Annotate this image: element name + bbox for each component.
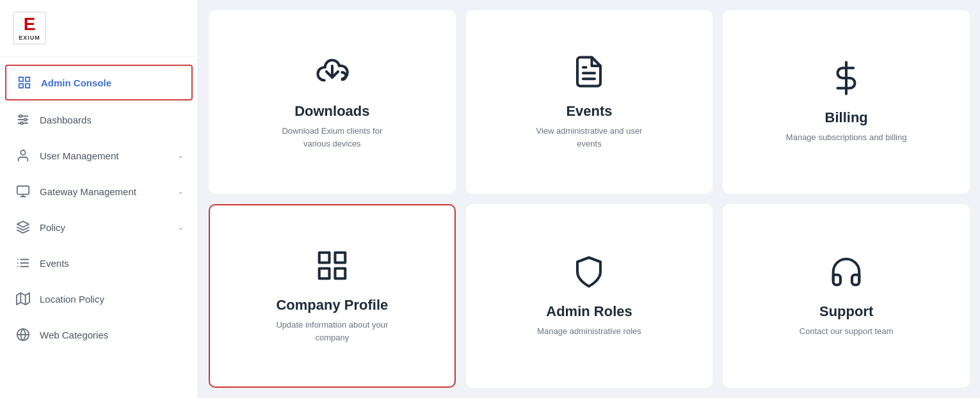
svg-marker-14: [17, 221, 29, 227]
svg-rect-2: [19, 84, 23, 88]
billing-title: Billing: [825, 109, 868, 126]
company-profile-title: Company Profile: [276, 297, 388, 314]
svg-point-7: [20, 115, 22, 118]
sidebar: E EXIUM Admin Console Dash: [0, 0, 198, 398]
admin-roles-desc: Manage administrative roles: [537, 325, 641, 338]
sidebar-item-label: Admin Console: [41, 77, 111, 88]
cloud-download-icon: [315, 54, 349, 94]
sidebar-item-label: Web Categories: [40, 330, 108, 340]
downloads-desc: Download Exium clients for various devic…: [268, 125, 396, 150]
logo-letter: E: [24, 15, 36, 33]
support-desc: Contact our support team: [799, 325, 894, 338]
sidebar-nav: Admin Console Dashboards User Management…: [0, 57, 198, 359]
sidebar-item-label: User Management: [40, 150, 118, 161]
sidebar-item-label: Policy: [40, 222, 65, 233]
logo-area: E EXIUM: [0, 0, 198, 57]
globe-icon: [14, 326, 32, 344]
monitor-icon: [14, 182, 32, 200]
svg-rect-0: [19, 77, 23, 81]
headphones-icon: [829, 255, 864, 294]
events-title: Events: [566, 103, 612, 120]
layers-icon: [14, 218, 32, 236]
shield-icon: [572, 255, 606, 294]
svg-marker-21: [17, 293, 29, 305]
downloads-title: Downloads: [294, 103, 369, 120]
company-profile-desc: Update information about your company: [268, 319, 396, 344]
dollar-icon: [829, 61, 864, 100]
svg-point-10: [20, 150, 25, 155]
sidebar-item-policy[interactable]: Policy ⌄: [0, 209, 198, 245]
sidebar-item-label: Location Policy: [40, 294, 104, 305]
sidebar-item-web-categories[interactable]: Web Categories: [0, 317, 198, 353]
grid4-icon: [315, 248, 349, 288]
downloads-card[interactable]: Downloads Download Exium clients for var…: [209, 10, 456, 194]
map-icon: [14, 290, 32, 308]
grid-icon: [15, 74, 33, 92]
file-text-icon: [572, 54, 606, 94]
svg-rect-29: [319, 253, 330, 263]
sidebar-item-admin-console[interactable]: Admin Console: [5, 65, 193, 100]
billing-desc: Manage subscriptions and billing: [786, 131, 907, 144]
sidebar-item-events[interactable]: Events: [0, 245, 198, 281]
sidebar-item-label: Events: [40, 258, 69, 269]
chevron-down-icon: ⌄: [177, 151, 184, 160]
support-card[interactable]: Support Contact our support team: [723, 204, 970, 388]
logo-box: E EXIUM: [13, 12, 46, 45]
admin-roles-title: Admin Roles: [546, 303, 632, 320]
events-card[interactable]: Events View administrative and user even…: [466, 10, 713, 194]
svg-rect-30: [335, 253, 345, 263]
svg-rect-31: [319, 269, 330, 279]
sidebar-item-gateway-management[interactable]: Gateway Management ⌄: [0, 173, 198, 209]
sidebar-item-user-management[interactable]: User Management ⌄: [0, 138, 198, 173]
svg-rect-3: [26, 84, 29, 88]
svg-point-9: [20, 122, 23, 125]
user-icon: [14, 147, 32, 164]
sidebar-item-location-policy[interactable]: Location Policy: [0, 281, 198, 317]
svg-point-8: [24, 118, 27, 121]
sidebar-item-label: Gateway Management: [40, 186, 136, 197]
chevron-down-icon: ⌄: [177, 187, 184, 196]
sidebar-item-dashboards[interactable]: Dashboards: [0, 102, 198, 138]
logo-text: EXIUM: [19, 35, 40, 41]
admin-roles-card[interactable]: Admin Roles Manage administrative roles: [466, 204, 713, 388]
sliders-icon: [14, 111, 32, 129]
sidebar-item-label: Dashboards: [40, 115, 92, 125]
svg-rect-32: [335, 269, 345, 279]
events-desc: View administrative and user events: [525, 125, 653, 150]
logo-inner: E EXIUM: [19, 15, 40, 41]
list-icon: [14, 254, 32, 272]
support-title: Support: [819, 303, 873, 320]
svg-rect-1: [26, 77, 29, 81]
billing-card[interactable]: Billing Manage subscriptions and billing: [723, 10, 970, 194]
company-profile-card[interactable]: Company Profile Update information about…: [209, 204, 456, 388]
chevron-down-icon: ⌄: [177, 223, 184, 232]
svg-rect-11: [17, 186, 29, 195]
main-content: Downloads Download Exium clients for var…: [198, 0, 980, 398]
